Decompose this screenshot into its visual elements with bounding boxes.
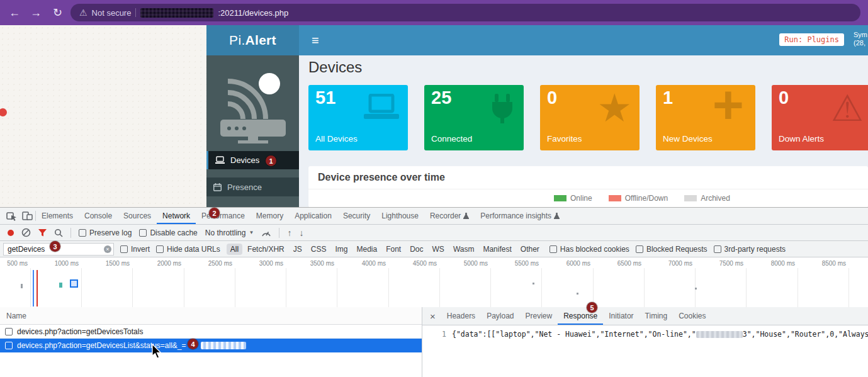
response-content: 1{"data":[["laptop","Net - Huawei","Inte… <box>422 325 868 339</box>
request-detail-pane: × Headers Payload Preview Response Initi… <box>422 307 868 377</box>
tab-label: Performance insights <box>480 211 551 220</box>
preserve-log-checkbox[interactable]: Preserve log <box>79 228 132 237</box>
detail-tab-headers[interactable]: Headers <box>441 307 481 325</box>
annotation-badge-3: 3 <box>50 241 60 252</box>
filter-type-other[interactable]: Other <box>517 244 543 255</box>
search-icon[interactable] <box>54 228 63 237</box>
import-har-icon[interactable]: ↑ <box>287 228 291 238</box>
devtools-tab-performance-insights[interactable]: Performance insights <box>475 208 565 224</box>
address-bar[interactable]: ⚠ Not secure :20211/devices.php <box>70 4 860 21</box>
not-secure-label[interactable]: Not secure <box>92 8 132 18</box>
detail-tab-preview[interactable]: Preview <box>520 307 558 325</box>
invert-checkbox[interactable]: Invert <box>120 245 150 254</box>
export-har-icon[interactable]: ↓ <box>299 228 303 238</box>
menu-icon[interactable]: ≡ <box>312 25 319 55</box>
network-overview-timeline[interactable]: 500 ms 1000 ms 1500 ms 2000 ms 2500 ms 3… <box>0 257 868 308</box>
filter-icon[interactable] <box>38 229 47 237</box>
filter-type-wasm[interactable]: Wasm <box>449 244 478 255</box>
device-toolbar-icon[interactable] <box>22 211 33 221</box>
devtools-tab-sources[interactable]: Sources <box>118 208 157 224</box>
inspect-element-icon[interactable] <box>6 211 17 222</box>
filter-type-all[interactable]: All <box>227 244 242 255</box>
stat-card-connected[interactable]: 25 Connected <box>424 85 524 150</box>
devtools-tab-performance[interactable]: Performance <box>196 208 251 224</box>
network-conditions-icon[interactable] <box>261 229 271 237</box>
refresh-icon[interactable]: ↻ <box>53 0 62 25</box>
devtools-tab-console[interactable]: Console <box>79 208 118 224</box>
browser-toolbar: ← → ↻ ⚠ Not secure :20211/devices.php <box>0 0 868 25</box>
hide-data-urls-checkbox[interactable]: Hide data URLs <box>156 245 220 254</box>
page-background <box>0 25 206 208</box>
devtools-tab-security[interactable]: Security <box>337 208 376 224</box>
checkbox[interactable] <box>636 245 643 253</box>
disable-cache-checkbox[interactable]: Disable cache <box>139 228 197 237</box>
stat-card-all-devices[interactable]: 51 All Devices <box>308 85 408 150</box>
legend-label: Online <box>570 194 592 203</box>
sidebar: Devices Presence <box>206 55 299 208</box>
filter-type-media[interactable]: Media <box>352 244 381 255</box>
checkbox[interactable] <box>139 229 147 237</box>
filter-type-fetch-xhr[interactable]: Fetch/XHR <box>244 244 288 255</box>
detail-tab-initiator[interactable]: Initiator <box>603 307 639 325</box>
timeline-tick: 3500 ms <box>291 260 334 267</box>
throttling-dropdown[interactable]: No throttling▼ <box>205 228 254 237</box>
stat-card-favorites[interactable]: 0 Favorites ★ <box>540 85 640 150</box>
network-panes: Name devices.php?action=getDevicesTotals… <box>0 307 868 377</box>
user-label[interactable]: Sym (28, <box>854 31 868 47</box>
filter-type-ws[interactable]: WS <box>429 244 448 255</box>
filter-type-js[interactable]: JS <box>290 244 306 255</box>
stat-card-new-devices[interactable]: 1 New Devices + <box>656 85 755 150</box>
app-logo[interactable]: Pi.Alert <box>206 25 299 55</box>
logo-text-bold: Alert <box>245 33 276 48</box>
forward-icon[interactable]: → <box>30 0 42 25</box>
filter-type-doc[interactable]: Doc <box>406 244 427 255</box>
checkbox-label: Preserve log <box>89 228 132 237</box>
row-checkbox[interactable] <box>5 342 13 349</box>
devtools-tab-elements[interactable]: Elements <box>36 208 79 224</box>
row-checkbox[interactable] <box>5 328 13 335</box>
detail-tab-payload[interactable]: Payload <box>481 307 519 325</box>
clear-icon[interactable] <box>21 228 31 237</box>
sidebar-item-label: Presence <box>227 183 262 192</box>
request-mark <box>21 284 23 288</box>
third-party-requests-checkbox[interactable]: 3rd-party requests <box>714 245 786 254</box>
devtools-tab-memory[interactable]: Memory <box>251 208 289 224</box>
back-icon[interactable]: ← <box>9 0 20 25</box>
devtools-tab-network[interactable]: Network <box>157 208 196 224</box>
filter-type-img[interactable]: Img <box>331 244 351 255</box>
sidebar-item-devices[interactable]: Devices <box>206 151 299 169</box>
request-row-selected[interactable]: devices.php?action=getDevicesList&status… <box>0 339 422 352</box>
legend-item-offline[interactable]: Offline/Down <box>609 194 668 203</box>
has-blocked-cookies-checkbox[interactable]: Has blocked cookies <box>550 245 629 254</box>
record-button[interactable] <box>8 230 14 236</box>
sidebar-item-presence[interactable]: Presence <box>206 177 299 196</box>
checkbox[interactable] <box>550 245 557 253</box>
checkbox[interactable] <box>156 245 164 253</box>
close-icon[interactable]: × <box>422 311 441 322</box>
checkbox[interactable] <box>79 229 86 237</box>
devtools-tab-lighthouse[interactable]: Lighthouse <box>376 208 424 224</box>
stat-card-down-alerts[interactable]: 0 Down Alerts ⚠ <box>772 85 868 150</box>
request-row[interactable]: devices.php?action=getDevicesTotals <box>0 325 422 339</box>
filter-type-css[interactable]: CSS <box>307 244 330 255</box>
checkbox[interactable] <box>120 245 128 253</box>
detail-tab-cookies[interactable]: Cookies <box>673 307 711 325</box>
devtools-tab-recorder[interactable]: Recorder <box>424 208 475 224</box>
name-column-header[interactable]: Name <box>0 307 422 325</box>
laptop-icon <box>215 156 225 164</box>
filter-type-manifest[interactable]: Manifest <box>479 244 515 255</box>
timeline-tick: 6000 ms <box>548 260 590 267</box>
checkbox[interactable] <box>714 245 721 253</box>
clear-filter-icon[interactable]: × <box>104 245 111 253</box>
filter-type-font[interactable]: Font <box>382 244 405 255</box>
detail-tab-timing[interactable]: Timing <box>640 307 674 325</box>
blocked-requests-checkbox[interactable]: Blocked Requests <box>636 245 707 254</box>
legend-item-online[interactable]: Online <box>554 194 592 203</box>
panel-title: Device presence over time <box>318 172 445 183</box>
domcontentloaded-marker <box>33 270 34 307</box>
legend-item-archived[interactable]: Archived <box>684 194 730 203</box>
devtools-tab-application[interactable]: Application <box>289 208 337 224</box>
run-plugins-button[interactable]: Run: Plugins <box>779 33 844 46</box>
divider <box>279 228 279 238</box>
laptop-icon <box>363 94 400 125</box>
